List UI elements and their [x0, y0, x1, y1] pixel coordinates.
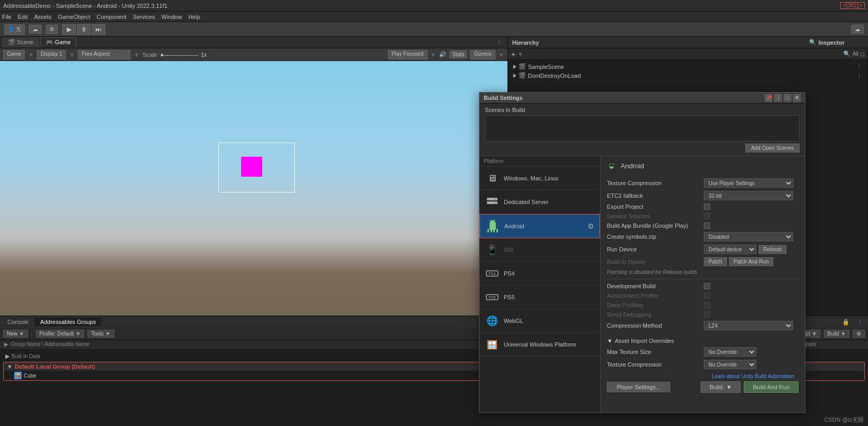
label-symbols: Create symbols.zip — [607, 234, 701, 240]
build-btn-addressables[interactable]: Build ▼ — [824, 330, 850, 338]
mute-icon[interactable]: 🔊 — [439, 51, 446, 58]
gizmos-dropdown[interactable]: Gizmos — [470, 50, 495, 59]
dropdown-max-texture[interactable]: No Override — [704, 347, 756, 357]
cloud-btn[interactable]: ☁ — [29, 25, 42, 34]
platform-item-ps4[interactable]: PS4 PS4 — [480, 262, 600, 286]
checkbox-app-bundle[interactable] — [704, 222, 710, 229]
menu-file[interactable]: File — [2, 14, 12, 20]
platform-item-windows[interactable]: 🖥 Windows, Mac, Linux — [480, 167, 600, 190]
asset-import-label: Asset Import Overrides — [615, 338, 674, 344]
display-dropdown[interactable]: Display 1 — [37, 50, 66, 59]
playmode-chevron: ▼ — [812, 331, 817, 337]
dropdown-compression[interactable]: LZ4 — [704, 321, 793, 330]
asset-import-toggle[interactable]: ▼ Asset Import Overrides — [607, 336, 799, 346]
patch-run-btn[interactable]: Patch And Run — [729, 257, 774, 266]
hierarchy-item-samplescene[interactable]: 🎬 SampleScene ⋮ — [511, 62, 864, 71]
hierarchy-toolbar: + ▼ 🔍 All □ — [508, 48, 867, 60]
dialog-maximize-btn[interactable]: □ — [784, 94, 791, 102]
dialog-close-btn[interactable]: ✕ — [793, 94, 801, 102]
viewport-tabs: 🎬 Scene 🎮 Game ⋮ — [0, 37, 507, 48]
label-max-texture: Max Texture Size — [607, 349, 701, 355]
refresh-btn[interactable]: Refresh — [759, 245, 786, 254]
value-compression: LZ4 — [704, 321, 799, 330]
player-settings-btn[interactable]: Player Settings... — [607, 382, 670, 392]
account-btn[interactable]: 👤 无 — [4, 24, 25, 35]
server-label: Dedicated Server — [504, 199, 548, 205]
dropdown-symbols[interactable]: Disabled — [704, 232, 793, 241]
ios-icon: 📱 — [485, 242, 500, 257]
patch-btn[interactable]: Patch — [704, 257, 727, 266]
account-icon: 👤 — [8, 26, 14, 32]
addressables-settings-btn[interactable]: ⚙ — [853, 330, 865, 338]
platform-item-ps5[interactable]: PS5 PS5 — [480, 286, 600, 309]
android-gear-icon[interactable]: ⚙ — [587, 222, 594, 230]
dropdown-run-device[interactable]: Default device — [704, 245, 756, 254]
label-run-device: Run Device — [607, 246, 701, 252]
aspect-dropdown[interactable]: Free Aspect — [78, 50, 131, 59]
platform-item-server[interactable]: Dedicated Server — [480, 190, 600, 214]
stats-btn[interactable]: Stats — [450, 50, 467, 58]
bottom-more-icon[interactable]: ⋮ — [854, 319, 866, 326]
value-symbols: Disabled — [704, 232, 799, 241]
add-open-scenes-btn[interactable]: Add Open Scenes — [745, 144, 800, 153]
dropdown-texture-compression[interactable]: Use Player Settings — [704, 178, 793, 188]
tab-scene[interactable]: 🎬 Scene — [2, 37, 39, 47]
menu-gameobject[interactable]: GameObject — [58, 14, 91, 20]
pause-button[interactable]: ⏸ — [77, 24, 91, 35]
platform-item-webgl[interactable]: 🌐 WebGL — [480, 309, 600, 333]
bottom-lock-icon[interactable]: 🔒 — [839, 319, 853, 326]
dropdown-etc2[interactable]: 32-bit — [704, 191, 793, 200]
hierarchy-maximize-icon[interactable]: □ — [861, 50, 864, 58]
checkbox-dev-build[interactable] — [704, 283, 710, 289]
dropdown-texture-comp-override[interactable]: No Override — [704, 360, 756, 369]
menu-edit[interactable]: Edit — [18, 14, 28, 20]
platform-item-ios[interactable]: 📱 iOS — [480, 238, 600, 262]
play-focused-dropdown[interactable]: Play Focused — [388, 50, 427, 59]
build-and-run-btn[interactable]: Build And Run — [744, 381, 799, 393]
ps5-icon: PS5 — [485, 290, 500, 305]
step-button[interactable]: ⏭ — [92, 24, 105, 35]
menu-services[interactable]: Services — [133, 14, 155, 20]
dontdestroy-more-icon[interactable]: ⋮ — [856, 72, 862, 79]
android-settings-panel: Android Texture Compression Use Player S… — [601, 156, 805, 412]
builtin-expand-icon: ▶ — [5, 353, 9, 360]
checkbox-export-project[interactable] — [704, 204, 710, 210]
tab-console[interactable]: Console — [2, 318, 34, 326]
learn-link[interactable]: Learn about Unity Build Automation — [712, 373, 794, 379]
menu-window[interactable]: Window — [162, 14, 182, 20]
default-group-label: Default Local Group (Default) — [15, 363, 95, 370]
label-texture-comp-override: Texture Compression — [607, 361, 701, 368]
game-dropdown[interactable]: Game — [3, 50, 25, 59]
settings-btn[interactable]: ⚙ — [46, 25, 58, 34]
menu-component[interactable]: Component — [96, 14, 126, 20]
platform-item-android[interactable]: Android ⚙ — [480, 214, 600, 238]
svg-point-3 — [495, 202, 496, 204]
platform-item-uwp[interactable]: 🪟 Universal Windows Platform — [480, 333, 600, 357]
scale-slider[interactable]: ●—————— 1x — [161, 52, 207, 58]
menu-assets[interactable]: Assets — [34, 14, 52, 20]
ps4-label: PS4 — [504, 270, 515, 277]
viewport-more-icon[interactable]: ⋮ — [493, 39, 505, 46]
tab-addressables[interactable]: Addressables Groups — [35, 318, 101, 326]
scene-more-icon[interactable]: ⋮ — [856, 63, 862, 70]
settings-max-texture: Max Texture Size No Override — [607, 346, 799, 358]
hierarchy-add-btn[interactable]: + — [511, 50, 515, 58]
dialog-more-btn[interactable]: ⋮ — [774, 94, 782, 102]
tab-game[interactable]: 🎮 Game — [40, 37, 76, 47]
build-settings-dialog: Build Settings 📌 ⋮ □ ✕ Scenes In Build A… — [479, 92, 805, 413]
csdn-watermark: CSDN @lz无限 — [824, 416, 864, 424]
dialog-pin-btn[interactable]: 📌 — [765, 94, 772, 102]
build-btn[interactable]: Build ▼ — [701, 381, 741, 393]
build-dropdown-icon[interactable]: ▼ — [723, 384, 732, 390]
tools-btn[interactable]: Tools ▼ — [87, 330, 114, 338]
collab-btn[interactable]: ☁ — [851, 25, 864, 34]
hierarchy-item-dontdestroy[interactable]: 🎬 DontDestroyOnLoad ⋮ — [511, 71, 864, 80]
value-texture-compression: Use Player Settings — [704, 178, 799, 188]
new-btn[interactable]: New ▼ — [3, 330, 28, 338]
tools-chevron: ▼ — [105, 331, 111, 337]
play-button[interactable]: ▶ — [62, 24, 76, 35]
checkbox-deep-profiling — [704, 302, 710, 308]
menu-help[interactable]: Help — [188, 14, 201, 20]
android-panel-title: Android — [621, 162, 644, 170]
profile-btn[interactable]: Profile: Default ▼ — [36, 330, 85, 338]
